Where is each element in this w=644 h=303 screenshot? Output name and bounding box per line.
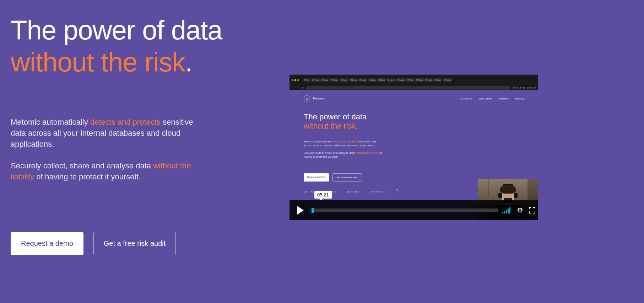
- inner-free-risk-audit-button: Get a free risk audit: [332, 173, 362, 182]
- ext-icon: [516, 87, 518, 89]
- browser-tab: Me: [303, 78, 310, 82]
- subtext-para1: Metomic automatically detects and protec…: [11, 117, 210, 150]
- browser-tab: Inbox: [349, 78, 358, 82]
- inner-brand: Metomic: [313, 97, 325, 100]
- ext-icon: [513, 87, 515, 89]
- progress-handle[interactable]: [312, 208, 314, 213]
- play-button[interactable]: [289, 200, 312, 220]
- free-risk-audit-button[interactable]: Get a free risk audit: [93, 232, 176, 255]
- headline-line1: The power of data: [11, 15, 222, 45]
- inner-nav-link: Solutions: [461, 97, 472, 100]
- volume-control[interactable]: [502, 207, 510, 213]
- cta-row: Request a demo Get a free risk audit: [11, 232, 252, 255]
- volume-bar-icon: [502, 212, 503, 213]
- maximize-dot-icon: [297, 79, 299, 81]
- browser-tab: My 2n: [396, 78, 406, 82]
- fullscreen-icon: [529, 207, 535, 213]
- inner-nav: △ Metomic SolutionsUse casesBenefitsPric…: [304, 95, 524, 102]
- browser-address-row: ← → ⟳: [289, 85, 538, 90]
- browser-tabs: MeProduCustoSlackSearcInboxMy drSociaSla…: [303, 78, 531, 82]
- browser-tab: New c: [386, 78, 396, 82]
- ext-icon: [530, 87, 532, 89]
- inner-headline: The power of data without the risk.: [304, 112, 524, 131]
- inner-nav-link: Pricing: [515, 97, 524, 100]
- browser-tab: My dr: [358, 78, 367, 82]
- hero-subtext: Metomic automatically detects and protec…: [11, 117, 210, 182]
- gear-icon: ⚙: [517, 206, 523, 215]
- browser-tab: Slack: [415, 78, 424, 82]
- progress-bar[interactable]: [312, 209, 498, 212]
- hero-section: The power of data without the risk. Meto…: [11, 14, 252, 255]
- ext-icon: [534, 87, 536, 89]
- volume-bar-icon: [504, 211, 505, 213]
- volume-bar-icon: [508, 209, 509, 213]
- progress-bar-wrap: 05:21: [312, 200, 500, 220]
- fullscreen-button[interactable]: [528, 206, 536, 214]
- browser-tab: Searc: [340, 78, 348, 82]
- browser-tab: Searc: [433, 78, 442, 82]
- logo-icon: △: [304, 95, 310, 102]
- subtext-para2: Securely collect, share and analyse data…: [11, 161, 210, 183]
- browser-tab: Socia: [368, 78, 377, 82]
- address-bar: [306, 86, 510, 90]
- browser-tab: Custo: [320, 78, 329, 82]
- video-controls: 05:21 ⚙: [289, 200, 538, 220]
- headset-icon: [503, 184, 513, 186]
- extension-icons: [513, 87, 536, 89]
- request-demo-button[interactable]: Request a demo: [11, 232, 83, 255]
- vertical-divider: [278, 0, 278, 303]
- ext-icon: [520, 87, 522, 89]
- browser-tab: Meto: [424, 78, 433, 82]
- browser-tab: Slack: [377, 78, 386, 82]
- headline-line2: without the risk: [11, 47, 185, 77]
- ext-icon: [527, 87, 529, 89]
- inner-subtext: Metomic automatically detects and protec…: [304, 140, 382, 159]
- inner-nav-link: Benefits: [499, 97, 509, 100]
- video-player[interactable]: MeProduCustoSlackSearcInboxMy drSociaSla…: [289, 75, 538, 220]
- browser-tab: Meto: [406, 78, 415, 82]
- inner-nav-link: Use cases: [479, 97, 492, 100]
- volume-bar-icon: [509, 207, 510, 213]
- window-controls: [292, 79, 299, 81]
- partner-logo: Farmdrop: [370, 190, 386, 193]
- minimize-dot-icon: [294, 79, 296, 81]
- reload-icon: ⟳: [302, 86, 304, 90]
- close-dot-icon: [292, 79, 293, 81]
- back-arrow-icon: ←: [292, 86, 294, 90]
- browser-tab: Produ: [311, 78, 320, 82]
- partner-logo: EDITED: [347, 190, 360, 193]
- browser-tab-bar: MeProduCustoSlackSearcInboxMy drSociaSla…: [289, 75, 538, 85]
- forward-arrow-icon: →: [297, 86, 299, 90]
- partner-logo: DITTO: [304, 190, 314, 193]
- volume-bar-icon: [506, 210, 507, 213]
- time-tooltip: 05:21: [314, 191, 332, 199]
- hero-headline: The power of data without the risk.: [11, 14, 252, 78]
- headline-dot: .: [185, 47, 192, 77]
- ext-icon: [523, 87, 525, 89]
- browser-tab: Custo: [443, 78, 452, 82]
- inner-logo: △ Metomic: [304, 95, 325, 102]
- inner-nav-links: SolutionsUse casesBenefitsPricing: [461, 97, 524, 100]
- new-tab-icon: +: [532, 79, 536, 82]
- browser-tab: Slack: [330, 78, 339, 82]
- inner-request-demo-button: Request a demo: [304, 173, 329, 182]
- settings-button[interactable]: ⚙: [516, 206, 524, 214]
- cursor-icon: ↖: [396, 188, 399, 192]
- play-icon: [297, 206, 304, 215]
